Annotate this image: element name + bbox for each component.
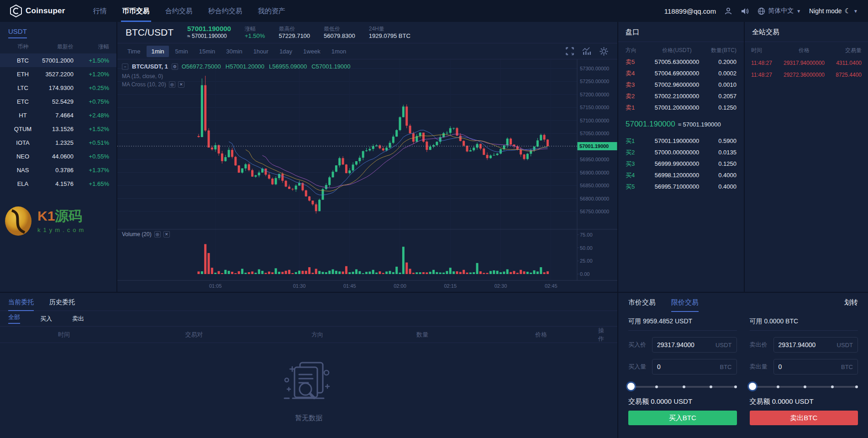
approx-price: ≈ 57001.190000 [187,32,231,40]
timeframe-1min[interactable]: 1min [147,46,168,57]
coin-row-qtum[interactable]: QTUM13.1526+1.52% [0,122,116,136]
eye-icon[interactable]: ◎ [154,231,161,237]
bid-row[interactable]: 买257000.000000000.0135 [618,147,744,158]
bid-row[interactable]: 买356999.990000000.1250 [618,158,744,169]
coin-row-ht[interactable]: HT7.4664+2.48% [0,108,116,122]
ask-row[interactable]: 卖357002.960000000.0010 [618,79,744,90]
indicator-icon[interactable] [582,47,591,55]
timeframe-30min[interactable]: 30min [221,46,247,57]
buy-amount-label: 买入量 [628,363,652,371]
ask-price: 57001.20000000 [651,104,703,111]
ask-row[interactable]: 卖457004.690000000.0002 [618,68,744,79]
orders-filter-1[interactable]: 买入 [40,315,52,323]
coin-row-etc[interactable]: ETC52.5429+0.75% [0,95,116,108]
gear-icon[interactable] [600,47,608,56]
change-label: 涨幅 [245,25,265,32]
orders-col-3: 数量 [361,331,484,339]
timeframe-1week[interactable]: 1week [299,46,325,57]
last-price: 57001.190000 [187,25,231,32]
legend-settings-icon[interactable]: ⚙ [172,63,178,70]
coin-row-ela[interactable]: ELA4.1576+1.65% [0,177,116,190]
coin-change: +1.52% [74,126,109,132]
chart-legend: − BTC/USDT, 1 ⚙ O56972.75000H57001.20000… [122,63,355,70]
collapse-icon[interactable]: − [122,63,128,70]
tab-current-orders[interactable]: 当前委托 [8,293,34,311]
ma-cross-legend: MA Cross (10, 20) ◎ ✕ [122,81,184,88]
coin-row-btc[interactable]: BTC57001.2000+1.50% [0,53,116,67]
ask-row[interactable]: 卖257002.210000000.2057 [618,90,744,102]
nav-item-2[interactable]: 合约交易 [158,0,200,22]
user-icon[interactable] [724,7,732,15]
bid-amount: 0.0135 [703,149,736,156]
tab-limit-trade[interactable]: 限价交易 [671,293,699,312]
timeframe-1mon[interactable]: 1mon [327,46,351,57]
account-email[interactable]: 118899@qq.com [664,7,716,15]
timeframe-5min[interactable]: 5min [171,46,193,57]
timeframe-15min[interactable]: 15min [195,46,220,57]
nav-right: 118899@qq.com 简体中文 ▼ Night mode ☾ ▼ [664,7,858,15]
coin-row-iota[interactable]: IOTA1.2325+0.51% [0,136,116,149]
nav-item-4[interactable]: 我的资产 [250,0,293,22]
timeframe-1day[interactable]: 1day [275,46,297,57]
ask-row[interactable]: 卖157001.200000000.1250 [618,102,744,113]
language-selector[interactable]: 简体中文 ▼ [758,7,801,15]
coin-symbol: NEO [8,153,37,160]
slider-thumb[interactable] [749,383,756,390]
theme-selector[interactable]: Night mode ☾ ▼ [809,7,858,15]
orders-filter-2[interactable]: 卖出 [72,315,84,323]
close-icon[interactable]: ✕ [178,81,184,88]
timeframe-1hour[interactable]: 1hour [249,46,273,57]
watermark: K1源码 k1ym.com [4,205,116,237]
nav-item-0[interactable]: 行情 [85,0,115,22]
speaker-icon[interactable] [741,7,749,15]
tab-history-orders[interactable]: 历史委托 [49,293,75,311]
sell-price-input[interactable]: 29317.94000 USDT [773,337,858,353]
trade-price: 29317.94000000 [779,60,829,66]
asks-list: 卖557005.630000000.2000卖457004.690000000.… [618,56,744,113]
orderbook-panel: 盘口 方向价格(USDT)数量(BTC) 卖557005.630000000.2… [618,22,744,292]
orderbook-mid-price: 57001.190000 ≈ 57001.190000 [618,113,744,135]
sell-btc-button[interactable]: 卖出BTC [750,411,858,425]
eye-icon[interactable]: ◎ [169,81,175,88]
coin-row-neo[interactable]: NEO44.0600+0.55% [0,149,116,163]
coin-price: 4.1576 [37,180,74,187]
market-tab-usdt[interactable]: USDT [8,27,27,38]
bid-price: 56995.71000000 [651,183,703,190]
globe-icon [758,7,765,15]
svg-text:0.00: 0.00 [580,271,589,277]
coin-row-nas[interactable]: NAS0.3786+1.37% [0,163,116,177]
coin-row-ltc[interactable]: LTC174.9300+0.25% [0,81,116,95]
candlestick-chart[interactable]: 57300.0000057250.0000057200.0000057150.0… [117,59,617,292]
nav-item-3[interactable]: 秒合约交易 [200,0,250,22]
orders-tabs: 当前委托 历史委托 [0,293,617,311]
close-icon[interactable]: ✕ [163,231,170,237]
svg-text:02:15: 02:15 [444,283,457,289]
sell-amount-slider[interactable] [750,383,858,390]
transfer-link[interactable]: 划转 [844,298,858,307]
ask-label: 卖3 [626,81,651,89]
slider-thumb[interactable] [627,383,635,390]
bid-row[interactable]: 买456998.120000000.4000 [618,169,744,181]
ask-row[interactable]: 卖557005.630000000.2000 [618,56,744,68]
trade-time: 11:48:27 [751,72,779,78]
fullscreen-icon[interactable] [566,47,574,55]
buy-price-input[interactable]: 29317.94000 USDT [652,337,737,353]
tab-market-trade[interactable]: 市价交易 [628,293,656,312]
buy-amount-slider[interactable] [628,383,737,390]
volume-label: 24H量 [369,25,410,32]
coin-price: 7.4664 [37,112,74,119]
coin-row-eth[interactable]: ETH3527.2200+1.20% [0,67,116,81]
timeframe-Time[interactable]: Time [123,46,145,57]
buy-btc-button[interactable]: 买入BTC [628,411,737,425]
orders-filter-0[interactable]: 全部 [8,313,20,324]
bid-row[interactable]: 买157001.190000000.5900 [618,135,744,147]
bid-row[interactable]: 买556995.710000000.4000 [618,181,744,192]
nav-item-1[interactable]: 币币交易 [115,0,158,22]
trades-list: 11:48:2729317.940000004311.040011:48:272… [745,57,868,81]
sell-amount-input[interactable]: 0 BTC [773,359,858,375]
buy-amount-input[interactable]: 0 BTC [652,359,737,375]
coinsuper-logo-icon [10,5,22,17]
svg-text:57150.00000: 57150.00000 [580,105,609,110]
coin-symbol: HT [8,112,37,119]
brand[interactable]: Coinsuper [10,5,65,17]
